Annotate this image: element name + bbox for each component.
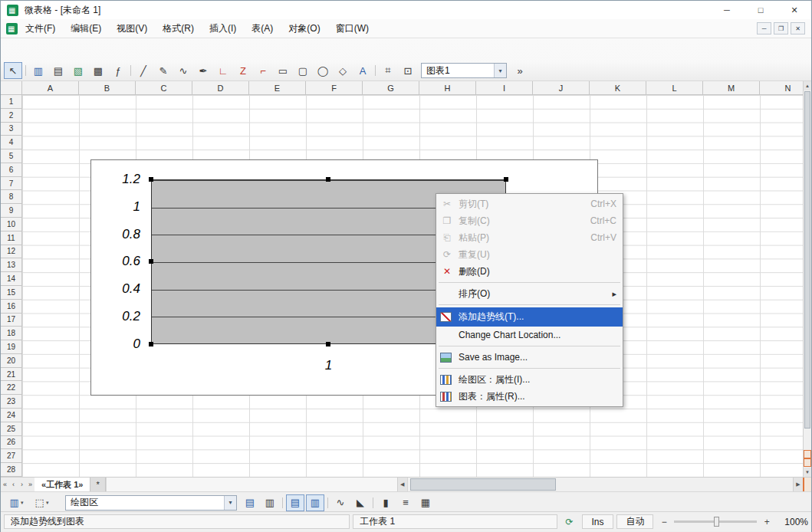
area-chart-button[interactable]: ◣ <box>351 494 370 511</box>
vertical-scrollbar[interactable] <box>803 81 811 477</box>
object-edit-button[interactable]: ⊡ <box>399 62 417 79</box>
freeform-connector-button[interactable]: ⌐ <box>254 62 272 79</box>
insert-chart-button[interactable]: ▥ <box>29 62 48 79</box>
text-frame-button[interactable]: ▤ <box>49 62 67 79</box>
menu-file[interactable]: 文件(F) <box>18 22 63 35</box>
split-view-handle[interactable] <box>804 458 811 467</box>
column-header[interactable]: J <box>533 81 590 94</box>
menu-insert[interactable]: 插入(I) <box>202 22 244 35</box>
row-header[interactable]: 18 <box>1 327 21 340</box>
previous-sheet-button[interactable]: ‹ <box>9 478 18 491</box>
row-header[interactable]: 17 <box>1 314 21 327</box>
context-menu-item-add-trendline[interactable]: 添加趋势线(T)... <box>436 307 623 327</box>
context-menu-item-save-as-image[interactable]: Save as Image... <box>436 349 623 366</box>
row-header[interactable]: 21 <box>1 368 21 382</box>
column-header[interactable]: L <box>646 81 703 94</box>
column-header[interactable]: E <box>249 81 306 94</box>
row-header[interactable]: 13 <box>1 258 21 272</box>
mdi-minimize-button[interactable]: ─ <box>757 22 771 34</box>
pen-tool-button[interactable]: ✒ <box>194 62 212 79</box>
scroll-left-button[interactable] <box>397 478 407 491</box>
row-header[interactable]: 16 <box>1 300 21 314</box>
row-header[interactable]: 2 <box>1 109 21 123</box>
connector-tool-button[interactable]: Z <box>234 62 252 79</box>
selection-handle[interactable] <box>326 177 330 182</box>
row-header[interactable]: 7 <box>1 177 21 191</box>
selection-handle[interactable] <box>504 177 508 182</box>
column-header[interactable]: D <box>192 81 249 94</box>
split-view-handle[interactable] <box>803 478 811 491</box>
column-header[interactable]: G <box>363 81 419 94</box>
polygon-tool-button[interactable]: ◇ <box>334 62 352 79</box>
column-header[interactable]: C <box>136 81 192 94</box>
edit-data-button[interactable]: ▤ <box>241 494 259 511</box>
formula-frame-button[interactable]: ƒ <box>109 62 127 79</box>
scroll-down-button[interactable] <box>804 468 811 477</box>
selection-handle[interactable] <box>326 342 330 346</box>
curve-tool-button[interactable]: ∿ <box>174 62 192 79</box>
row-header[interactable]: 4 <box>1 136 21 149</box>
freehand-tool-button[interactable]: ✎ <box>154 62 173 79</box>
horizontal-gridlines-button[interactable]: ≡ <box>396 494 415 511</box>
column-header[interactable]: I <box>476 81 533 94</box>
first-sheet-button[interactable]: « <box>1 478 9 491</box>
menu-window[interactable]: 窗口(W) <box>328 22 376 35</box>
ole-object-button[interactable]: ▩ <box>89 62 107 79</box>
polyline-tool-button[interactable]: ∟ <box>214 62 232 79</box>
menu-object[interactable]: 对象(O) <box>281 22 327 35</box>
data-in-rows-button[interactable]: ▤ <box>286 494 304 511</box>
row-header[interactable]: 11 <box>1 232 21 245</box>
row-header[interactable]: 3 <box>1 123 21 136</box>
zoom-in-button[interactable]: + <box>762 517 771 527</box>
cell-grid[interactable]: 1.210.80.60.40.20 1 <box>22 95 803 477</box>
column-header[interactable]: A <box>22 81 79 94</box>
row-header[interactable]: 27 <box>1 449 21 463</box>
zoom-slider[interactable] <box>674 521 757 523</box>
menu-view[interactable]: 视图(V) <box>109 22 155 35</box>
row-header[interactable]: 9 <box>1 204 21 218</box>
vertical-gridlines-button[interactable]: ▮ <box>376 494 395 511</box>
context-menu-item-change-chart-location[interactable]: Change Chart Location... <box>436 327 623 343</box>
row-header[interactable]: 25 <box>1 422 21 436</box>
menu-edit[interactable]: 编辑(E) <box>63 22 109 35</box>
menu-format[interactable]: 格式(R) <box>155 22 202 35</box>
close-button[interactable]: ✕ <box>777 1 811 19</box>
selection-handle[interactable] <box>149 342 153 346</box>
column-header[interactable]: N <box>760 81 803 94</box>
last-sheet-button[interactable]: » <box>26 478 35 491</box>
line-tool-button[interactable]: ╱ <box>134 62 153 79</box>
text-tool-button[interactable]: A <box>353 62 372 79</box>
rounded-rect-tool-button[interactable]: ▢ <box>294 62 312 79</box>
row-header[interactable]: 10 <box>1 218 21 232</box>
row-header[interactable]: 1 <box>1 95 21 109</box>
context-menu-item-sort[interactable]: 排序(O) <box>436 285 623 302</box>
column-header[interactable]: K <box>590 81 646 94</box>
toolbar-overflow-button[interactable]: » <box>511 62 529 79</box>
scroll-up-button[interactable] <box>804 81 811 90</box>
insert-image-button[interactable]: ▧ <box>69 62 87 79</box>
zoom-slider-thumb[interactable] <box>714 517 719 527</box>
row-header[interactable]: 26 <box>1 436 21 450</box>
next-sheet-button[interactable]: › <box>18 478 26 491</box>
selection-handle[interactable] <box>149 259 153 264</box>
context-menu-item-plot-area-properties[interactable]: 绘图区：属性(I)... <box>436 371 623 388</box>
column-header[interactable]: F <box>306 81 363 94</box>
chart-element-select[interactable]: 绘图区 ▾ <box>65 495 237 511</box>
select-all-corner[interactable] <box>1 81 22 95</box>
horizontal-scrollbar[interactable] <box>407 478 793 491</box>
context-menu-item-delete[interactable]: 删除(D) <box>436 263 623 280</box>
row-header[interactable]: 19 <box>1 340 21 354</box>
select-tool-button[interactable]: ↖ <box>4 62 22 79</box>
mdi-close-button[interactable]: ✕ <box>791 22 805 34</box>
ellipse-tool-button[interactable]: ◯ <box>314 62 332 79</box>
zoom-out-button[interactable]: − <box>659 517 669 527</box>
row-header[interactable]: 12 <box>1 245 21 259</box>
row-header[interactable]: 28 <box>1 463 21 477</box>
row-header[interactable]: 23 <box>1 395 21 409</box>
selection-handle[interactable] <box>149 177 153 182</box>
column-header[interactable]: M <box>703 81 760 94</box>
sheet-tab-1[interactable]: «工作表 1» <box>35 478 90 491</box>
data-in-columns-button[interactable]: ▥ <box>306 494 324 511</box>
split-view-handle[interactable] <box>804 450 811 458</box>
row-header[interactable]: 22 <box>1 381 21 395</box>
